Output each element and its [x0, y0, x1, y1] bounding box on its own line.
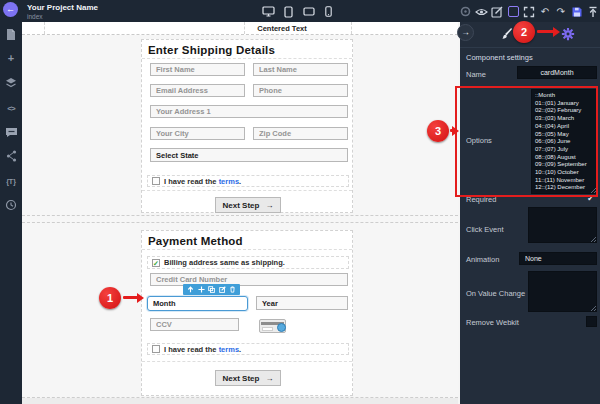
phone-icon[interactable]	[322, 5, 335, 18]
terms-text-2: I have read the terms.	[164, 345, 241, 354]
terms-text: I have read the terms.	[164, 177, 241, 186]
shipping-button-row: Next Step→	[142, 190, 352, 214]
tablet-landscape-icon[interactable]	[302, 5, 315, 18]
card-signature-box	[262, 327, 273, 331]
resize-grip[interactable]	[590, 305, 596, 311]
settings-gear-icon[interactable]	[561, 27, 575, 41]
page-name[interactable]: index	[27, 13, 43, 20]
move-up-icon[interactable]	[187, 286, 194, 293]
topbar-actions: ↶ ↷	[459, 4, 599, 19]
terms-link[interactable]: terms	[219, 177, 239, 186]
animation-label: Animation	[466, 255, 499, 264]
state-select[interactable]: Select State	[150, 148, 348, 162]
comments-icon[interactable]	[0, 124, 22, 140]
history-icon[interactable]	[0, 197, 22, 213]
card-year-label: Year	[262, 299, 278, 308]
edit-icon[interactable]	[219, 286, 226, 293]
last-name-input[interactable]	[253, 63, 348, 76]
section-divider	[22, 222, 458, 223]
arrow-right-icon: →	[265, 374, 273, 383]
terms-checkbox[interactable]	[152, 177, 160, 185]
email-input[interactable]	[150, 84, 245, 97]
edit-mode-icon[interactable]	[491, 5, 504, 18]
annotation-step-1: 1	[99, 287, 121, 309]
redo-icon[interactable]: ↷	[554, 5, 567, 18]
move-icon[interactable]	[198, 286, 205, 293]
state-select-label: Select State	[156, 151, 199, 160]
record-icon[interactable]	[459, 5, 472, 18]
billing-checkbox[interactable]: ✓	[152, 259, 160, 267]
first-name-input[interactable]	[150, 63, 245, 76]
address-input[interactable]	[150, 105, 348, 118]
card-year-select[interactable]: Year	[256, 296, 348, 310]
left-sidebar: + <> {T}	[0, 0, 22, 404]
design-canvas: Centered Text Enter Shipping Details Sel…	[22, 22, 458, 404]
centered-text-element[interactable]: Centered Text	[202, 24, 362, 33]
resize-grip[interactable]	[590, 236, 596, 242]
click-event-label: Click Event	[466, 225, 504, 234]
annotation-step-3: 3	[427, 120, 449, 142]
fullscreen-icon[interactable]	[523, 5, 536, 18]
panel-toggle-button[interactable]: →	[457, 24, 474, 41]
ccv-card-image	[259, 319, 286, 333]
card-month-select[interactable]: Month	[147, 296, 248, 311]
annotation-arrow-2	[537, 30, 554, 33]
credit-card-number-input[interactable]	[150, 273, 348, 286]
tablet-portrait-icon[interactable]	[282, 5, 295, 18]
payment-terms-row: I have read the terms.	[147, 343, 349, 355]
panel-divider	[460, 47, 600, 48]
top-toolbar: Your Project Name index ↶ ↷	[0, 0, 600, 22]
delete-icon[interactable]	[229, 286, 236, 293]
remove-webkit-checkbox[interactable]	[586, 316, 597, 327]
header-cell-divider	[44, 22, 45, 34]
publish-icon[interactable]	[586, 5, 599, 18]
page-icon[interactable]	[0, 26, 22, 42]
project-title: Your Project Name	[27, 3, 98, 12]
select-mode-icon[interactable]	[507, 5, 520, 18]
panel-section-title: Component settings	[466, 53, 533, 62]
payment-form-card[interactable]: Payment Method ✓ Billing address same as…	[141, 230, 353, 396]
app-window: Centered Text Enter Shipping Details Sel…	[0, 0, 600, 404]
shipping-form-title: Enter Shipping Details	[148, 44, 275, 56]
code-icon[interactable]: <>	[0, 100, 22, 116]
city-input[interactable]	[150, 127, 245, 140]
section-divider	[22, 215, 458, 216]
options-highlight-box	[455, 86, 598, 197]
save-icon[interactable]	[570, 5, 583, 18]
layers-icon[interactable]	[0, 75, 22, 91]
shipping-terms-row: I have read the terms.	[147, 175, 349, 187]
undo-icon[interactable]: ↶	[539, 5, 552, 18]
annotation-arrow-3	[450, 129, 453, 132]
canvas-footer-strip	[22, 398, 458, 404]
text-token-icon[interactable]: {T}	[0, 173, 22, 189]
component-name-input[interactable]	[517, 66, 597, 79]
back-button[interactable]: ←	[3, 2, 18, 17]
arrow-right-icon: →	[265, 201, 273, 210]
shipping-form-card[interactable]: Enter Shipping Details Select State I ha…	[141, 39, 353, 213]
style-brush-icon[interactable]	[500, 28, 513, 41]
animation-input[interactable]	[519, 252, 597, 265]
add-icon[interactable]: +	[0, 50, 22, 66]
payment-next-button[interactable]: Next Step→	[215, 370, 281, 386]
phone-input[interactable]	[253, 84, 348, 97]
on-value-change-label: On Value Change	[466, 289, 525, 298]
terms-link-2[interactable]: terms	[219, 345, 239, 354]
shipping-next-button[interactable]: Next Step→	[215, 197, 281, 213]
ccv-input[interactable]	[150, 318, 239, 331]
share-icon[interactable]	[0, 148, 22, 164]
terms-checkbox-2[interactable]	[152, 345, 160, 353]
on-value-change-textarea[interactable]	[528, 271, 597, 312]
card-month-label: Month	[153, 299, 176, 308]
preview-eye-icon[interactable]	[475, 5, 488, 18]
billing-same-row: ✓ Billing address same as shipping.	[147, 256, 349, 269]
click-event-textarea[interactable]	[528, 207, 597, 243]
zip-input[interactable]	[253, 127, 348, 140]
ccv-highlight-circle	[277, 323, 286, 332]
annotation-arrow-1	[123, 296, 138, 299]
duplicate-icon[interactable]	[208, 286, 215, 293]
desktop-icon[interactable]	[262, 5, 275, 18]
canvas-header-row[interactable]: Centered Text	[22, 22, 458, 35]
annotation-step-2: 2	[513, 21, 535, 43]
name-label: Name	[466, 70, 486, 79]
payment-form-title: Payment Method	[148, 235, 243, 247]
